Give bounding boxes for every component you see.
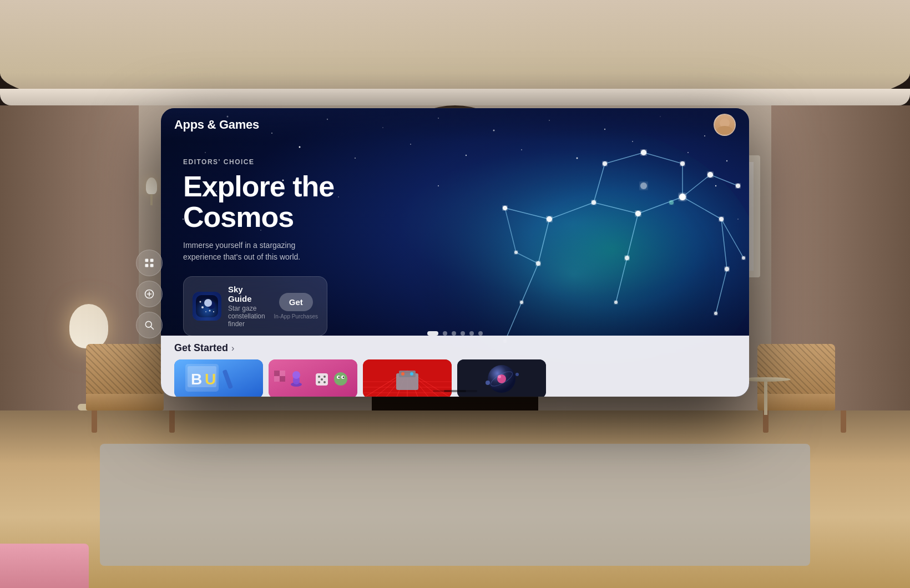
app-icon-inner bbox=[193, 292, 221, 321]
svg-point-105 bbox=[318, 376, 320, 378]
app-info: Sky Guide Star gaze constellation finder bbox=[228, 285, 267, 328]
svg-point-89 bbox=[205, 311, 206, 312]
svg-rect-0 bbox=[145, 259, 149, 262]
sidebar-item-apps[interactable] bbox=[136, 250, 163, 276]
get-button[interactable]: Get bbox=[279, 293, 313, 311]
hero-title-line1: Explore the bbox=[183, 170, 334, 202]
svg-point-84 bbox=[204, 299, 212, 307]
svg-text:B: B bbox=[191, 371, 202, 388]
app-icon bbox=[193, 292, 221, 321]
page-dots bbox=[427, 331, 483, 336]
svg-rect-97 bbox=[274, 371, 280, 376]
scroll-thumb bbox=[444, 390, 466, 392]
user-avatar[interactable] bbox=[714, 114, 736, 136]
app-subtitle: Star gaze constellation finder bbox=[228, 305, 267, 328]
editors-choice-badge: EDITORS' CHOICE bbox=[183, 158, 727, 166]
hero-title-line2: Cosmos bbox=[183, 201, 294, 233]
svg-point-110 bbox=[334, 372, 347, 386]
in-app-purchases-label: In-App Purchases bbox=[274, 313, 318, 320]
svg-point-108 bbox=[323, 381, 326, 383]
svg-point-109 bbox=[321, 378, 323, 381]
svg-rect-1 bbox=[150, 259, 154, 262]
dot-3[interactable] bbox=[452, 331, 456, 336]
svg-rect-2 bbox=[145, 264, 149, 267]
app-name: Sky Guide bbox=[228, 285, 267, 303]
get-started-header: Get Started › bbox=[174, 342, 736, 354]
svg-point-88 bbox=[200, 301, 201, 303]
sidebar-navigation bbox=[136, 250, 163, 338]
svg-point-131 bbox=[410, 372, 413, 376]
dot-6[interactable] bbox=[478, 331, 483, 336]
svg-line-6 bbox=[151, 327, 154, 330]
svg-point-106 bbox=[323, 376, 326, 378]
wall-sconce bbox=[146, 178, 157, 205]
svg-point-114 bbox=[343, 377, 345, 378]
dot-5[interactable] bbox=[469, 331, 474, 336]
avatar-face bbox=[715, 115, 735, 135]
app-window[interactable]: Apps & Games EDITORS' CHOICE Explore the… bbox=[161, 108, 749, 397]
svg-rect-100 bbox=[280, 376, 285, 382]
mini-card-2[interactable] bbox=[269, 359, 357, 397]
svg-point-130 bbox=[401, 372, 405, 376]
app-card[interactable]: Sky Guide Star gaze constellation finder… bbox=[183, 276, 327, 336]
svg-rect-3 bbox=[150, 264, 154, 267]
scroll-indicator bbox=[433, 390, 477, 392]
svg-text:U: U bbox=[205, 371, 216, 388]
dot-4[interactable] bbox=[461, 331, 465, 336]
window-header: Apps & Games bbox=[161, 108, 749, 141]
svg-point-87 bbox=[213, 311, 214, 312]
floor-rug bbox=[100, 444, 810, 566]
bed-corner bbox=[0, 544, 89, 588]
svg-point-85 bbox=[201, 306, 204, 308]
mini-card-1[interactable]: B U bbox=[174, 359, 263, 397]
crown-molding bbox=[0, 89, 910, 105]
svg-point-107 bbox=[318, 381, 320, 383]
svg-point-138 bbox=[515, 373, 519, 376]
chevron-right-icon: › bbox=[231, 343, 234, 353]
sidebar-item-search[interactable] bbox=[136, 312, 163, 338]
hero-title: Explore the Cosmos bbox=[183, 171, 727, 232]
svg-point-113 bbox=[338, 377, 340, 378]
svg-point-86 bbox=[209, 310, 211, 312]
hero-description: Immerse yourself in a stargazing experie… bbox=[183, 240, 305, 263]
svg-point-103 bbox=[292, 371, 300, 379]
dot-1[interactable] bbox=[427, 331, 438, 336]
svg-rect-98 bbox=[280, 371, 285, 376]
window-title: Apps & Games bbox=[174, 118, 259, 132]
dot-2[interactable] bbox=[443, 331, 447, 336]
svg-point-137 bbox=[486, 381, 490, 385]
get-started-title: Get Started bbox=[174, 342, 228, 354]
sidebar-item-arcade[interactable] bbox=[136, 281, 163, 307]
bottom-section: Get Started › B bbox=[161, 336, 749, 397]
svg-rect-99 bbox=[274, 376, 280, 382]
